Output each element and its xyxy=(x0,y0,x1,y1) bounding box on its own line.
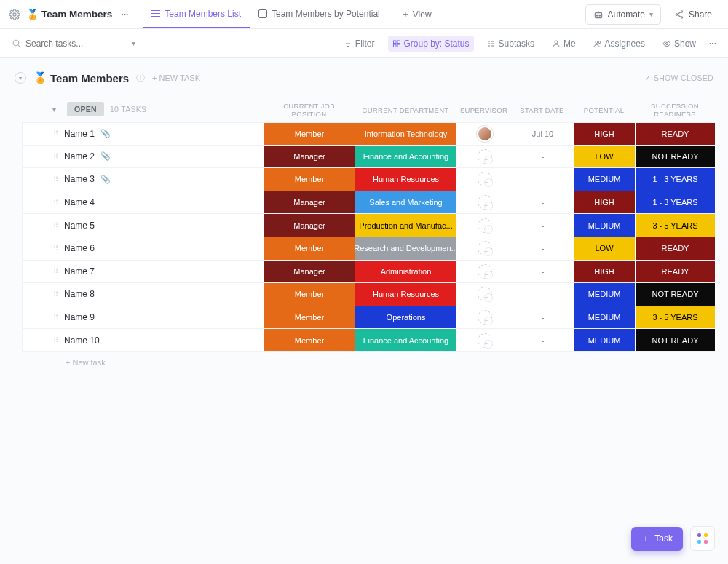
start-date-cell[interactable]: Jul 10 xyxy=(512,130,574,138)
department-tag[interactable]: Information Technology xyxy=(355,123,457,145)
readiness-tag[interactable]: READY xyxy=(636,237,716,260)
table-row[interactable]: ⠿ Name 6 MemberResearch and Developmen..… xyxy=(22,237,716,261)
search-input[interactable] xyxy=(25,39,127,49)
supervisor-cell[interactable] xyxy=(457,287,512,301)
readiness-tag[interactable]: READY xyxy=(636,123,716,145)
table-row[interactable]: ⠿ Name 8 MemberHuman Resources-MEDIUMNOT… xyxy=(22,283,716,306)
settings-icon[interactable] xyxy=(9,9,20,20)
tab-team-members-list[interactable]: Team Members List xyxy=(143,0,250,28)
potential-tag[interactable]: LOW xyxy=(574,146,636,168)
assign-placeholder-icon[interactable] xyxy=(478,218,492,233)
table-row[interactable]: ⠿ Name 3 📎MemberHuman Resources-MEDIUM1 … xyxy=(22,168,716,191)
assign-placeholder-icon[interactable] xyxy=(478,172,492,186)
drag-handle-icon[interactable]: ⠿ xyxy=(53,267,58,275)
col-start[interactable]: START DATE xyxy=(511,106,573,114)
start-date-cell[interactable]: - xyxy=(512,221,574,230)
potential-tag[interactable]: HIGH xyxy=(574,123,636,145)
table-row[interactable]: ⠿ Name 10 MemberFinance and Accounting-M… xyxy=(22,329,716,352)
readiness-tag[interactable]: 1 - 3 YEARS xyxy=(636,168,716,191)
share-button[interactable]: Share xyxy=(667,4,719,25)
drag-handle-icon[interactable]: ⠿ xyxy=(53,290,58,298)
tab-team-members-potential[interactable]: Team Members by Potential xyxy=(250,0,389,28)
assign-placeholder-icon[interactable] xyxy=(478,287,492,301)
attachment-icon[interactable]: 📎 xyxy=(100,175,111,184)
assign-placeholder-icon[interactable] xyxy=(478,310,492,325)
col-supervisor[interactable]: SUPERVISOR xyxy=(456,106,511,114)
assign-placeholder-icon[interactable] xyxy=(478,241,492,255)
readiness-tag[interactable]: 3 - 5 YEARS xyxy=(636,214,716,237)
supervisor-cell[interactable] xyxy=(457,218,512,233)
department-tag[interactable]: Human Resources xyxy=(355,283,457,306)
supervisor-cell[interactable] xyxy=(457,333,512,348)
supervisor-cell[interactable] xyxy=(457,310,512,325)
assign-placeholder-icon[interactable] xyxy=(478,264,492,279)
readiness-tag[interactable]: READY xyxy=(636,261,716,283)
potential-tag[interactable]: MEDIUM xyxy=(574,214,636,237)
table-row[interactable]: ⠿ Name 9 MemberOperations-MEDIUM3 - 5 YE… xyxy=(22,306,716,330)
col-potential[interactable]: POTENTIAL xyxy=(573,106,635,114)
status-badge-open[interactable]: OPEN xyxy=(67,102,104,116)
position-tag[interactable]: Manager xyxy=(264,146,355,168)
col-department[interactable]: CURRENT DEPARTMENT xyxy=(355,106,456,114)
task-name-cell[interactable]: ⠿ Name 4 xyxy=(53,197,264,207)
potential-tag[interactable]: LOW xyxy=(574,237,636,260)
add-task-row[interactable]: + New task xyxy=(22,352,716,367)
attachment-icon[interactable]: 📎 xyxy=(100,151,111,161)
drag-handle-icon[interactable]: ⠿ xyxy=(53,314,58,322)
chevron-down-icon[interactable]: ▾ xyxy=(132,39,135,47)
task-name-cell[interactable]: ⠿ Name 7 xyxy=(53,266,264,277)
col-readiness[interactable]: SUCCESSION READINESS xyxy=(635,102,715,118)
task-name-cell[interactable]: ⠿ Name 2 📎 xyxy=(53,151,264,162)
more-menu[interactable]: ··· xyxy=(118,9,131,20)
assign-placeholder-icon[interactable] xyxy=(478,333,492,348)
create-task-fab[interactable]: ＋ Task xyxy=(631,527,683,551)
department-tag[interactable]: Sales and Marketing xyxy=(355,191,457,214)
apps-fab[interactable] xyxy=(690,526,715,551)
assignees-button[interactable]: Assignees xyxy=(589,36,649,52)
info-icon[interactable]: ⓘ xyxy=(136,72,145,84)
start-date-cell[interactable]: - xyxy=(512,336,574,345)
table-row[interactable]: ⠿ Name 5 ManagerProduction and Manufac..… xyxy=(22,214,716,237)
task-name-cell[interactable]: ⠿ Name 5 xyxy=(53,221,264,231)
supervisor-cell[interactable] xyxy=(457,172,512,186)
start-date-cell[interactable]: - xyxy=(512,198,574,207)
groupby-button[interactable]: Group by: Status xyxy=(388,36,474,52)
position-tag[interactable]: Member xyxy=(264,283,355,306)
supervisor-cell[interactable] xyxy=(457,195,512,210)
department-tag[interactable]: Administration xyxy=(355,261,457,283)
add-view-button[interactable]: ＋ View xyxy=(395,0,438,28)
task-name-cell[interactable]: ⠿ Name 1 📎 xyxy=(53,129,264,139)
readiness-tag[interactable]: 3 - 5 YEARS xyxy=(636,306,716,329)
position-tag[interactable]: Member xyxy=(264,237,355,260)
attachment-icon[interactable]: 📎 xyxy=(100,129,111,138)
department-tag[interactable]: Finance and Accounting xyxy=(355,329,457,351)
position-tag[interactable]: Member xyxy=(264,123,355,145)
table-row[interactable]: ⠿ Name 1 📎MemberInformation TechnologyJu… xyxy=(22,122,716,146)
department-tag[interactable]: Operations xyxy=(355,306,457,329)
drag-handle-icon[interactable]: ⠿ xyxy=(53,175,58,183)
department-tag[interactable]: Human Resources xyxy=(355,168,457,191)
start-date-cell[interactable]: - xyxy=(512,267,574,276)
avatar[interactable] xyxy=(477,126,493,142)
start-date-cell[interactable]: - xyxy=(512,290,574,298)
new-task-button[interactable]: + NEW TASK xyxy=(152,74,200,82)
department-tag[interactable]: Finance and Accounting xyxy=(355,146,457,168)
task-name-cell[interactable]: ⠿ Name 10 xyxy=(53,335,264,346)
table-row[interactable]: ⠿ Name 2 📎ManagerFinance and Accounting-… xyxy=(22,146,716,169)
more-options[interactable]: ··· xyxy=(709,39,716,49)
me-button[interactable]: Me xyxy=(547,36,580,52)
readiness-tag[interactable]: NOT READY xyxy=(636,146,716,168)
readiness-tag[interactable]: 1 - 3 YEARS xyxy=(636,191,716,214)
task-name-cell[interactable]: ⠿ Name 3 📎 xyxy=(53,174,264,184)
task-name-cell[interactable]: ⠿ Name 9 xyxy=(53,312,264,322)
assign-placeholder-icon[interactable] xyxy=(478,195,492,210)
supervisor-cell[interactable] xyxy=(457,126,512,142)
department-tag[interactable]: Research and Developmen... xyxy=(355,237,457,260)
assign-placeholder-icon[interactable] xyxy=(478,149,492,164)
position-tag[interactable]: Manager xyxy=(264,214,355,237)
table-row[interactable]: ⠿ Name 7 ManagerAdministration-HIGHREADY xyxy=(22,261,716,284)
start-date-cell[interactable]: - xyxy=(512,313,574,322)
position-tag[interactable]: Member xyxy=(264,306,355,329)
supervisor-cell[interactable] xyxy=(457,264,512,279)
position-tag[interactable]: Manager xyxy=(264,191,355,214)
